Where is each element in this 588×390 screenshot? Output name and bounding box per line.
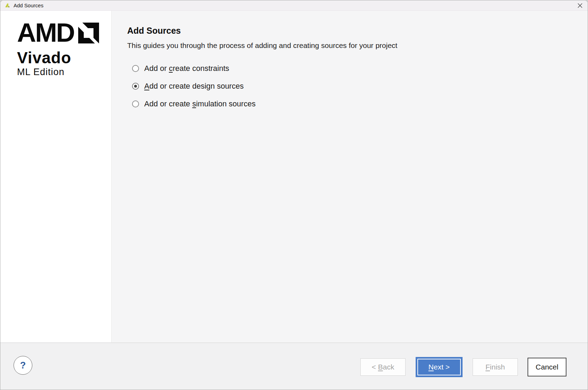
finish-button[interactable]: Finish (473, 358, 518, 376)
amd-logo-text: AMD (17, 22, 74, 43)
page-title: Add Sources (127, 25, 574, 36)
wizard-content: Add Sources This guides you through the … (112, 11, 588, 342)
window-title: Add Sources (14, 2, 43, 8)
page-description: This guides you through the process of a… (127, 41, 574, 50)
amd-arrow-icon (78, 23, 99, 43)
next-button[interactable]: Next > (416, 357, 463, 377)
close-button[interactable] (575, 1, 585, 10)
radio-option-simulation-sources[interactable]: Add or create simulation sources (132, 100, 574, 108)
radio-circle-constraints[interactable] (132, 65, 139, 72)
back-button[interactable]: < Back (360, 358, 406, 376)
vivado-wordmark: Vivado (17, 50, 111, 66)
help-button[interactable]: ? (14, 356, 32, 375)
cancel-button[interactable]: Cancel (528, 358, 566, 376)
radio-label-design-sources: Add or create design sources (144, 82, 244, 91)
brand-block: AMD Vivado ML Edition (17, 22, 111, 78)
brand-sidebar: AMD Vivado ML Edition (0, 11, 112, 342)
add-sources-dialog: Add Sources AMD Vivado ML Edition (0, 0, 588, 390)
titlebar: Add Sources (0, 0, 588, 11)
radio-option-constraints[interactable]: Add or create constraints (132, 64, 574, 73)
ml-edition-label: ML Edition (17, 67, 111, 78)
radio-circle-design-sources[interactable] (132, 83, 139, 90)
radio-label-constraints: Add or create constraints (144, 64, 229, 73)
footer-bar: ? < Back Next > Finish Cancel (0, 342, 588, 390)
source-type-options: Add or create constraints Add or create … (132, 64, 574, 108)
radio-label-simulation-sources: Add or create simulation sources (144, 99, 255, 108)
vivado-app-icon (5, 2, 10, 8)
radio-circle-simulation-sources[interactable] (132, 100, 139, 107)
radio-option-design-sources[interactable]: Add or create design sources (132, 82, 574, 90)
question-mark-icon: ? (20, 360, 26, 371)
close-icon (578, 3, 582, 8)
